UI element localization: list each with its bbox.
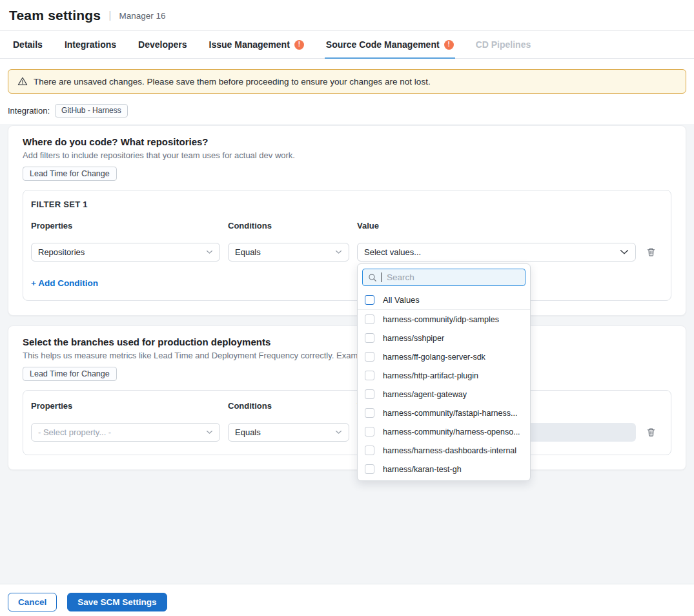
tab-bar: Details ! Integrations ! Developers ! Is… (0, 31, 694, 59)
title-separator: | (108, 10, 111, 21)
warning-badge-icon: ! (444, 40, 454, 50)
page-title: Team settings (9, 8, 101, 23)
filter-set-title: FILTER SET 1 (31, 200, 663, 209)
save-scm-settings-button[interactable]: Save SCM Settings (67, 593, 167, 611)
cancel-button[interactable]: Cancel (8, 593, 57, 611)
page-header: Team settings | Manager 16 (0, 0, 694, 31)
integration-chip[interactable]: GitHub - Harness (55, 104, 128, 118)
tab[interactable]: Issue Management ! (208, 31, 305, 59)
dropdown-option[interactable]: harness/integrations-dashboard (358, 478, 530, 481)
branches-card-title: Select the branches used for production … (23, 336, 671, 347)
chevron-down-icon (206, 430, 213, 435)
dropdown-option[interactable]: harness/sshpiper (358, 329, 530, 347)
integration-label: Integration: (8, 106, 50, 116)
tab[interactable]: CD Pipelines ! (475, 31, 533, 59)
filter-column-labels: Properties Conditions Value (31, 401, 663, 411)
all-values-checkbox[interactable] (365, 295, 374, 305)
search-placeholder: Search (387, 272, 414, 282)
value-column-label: Value (357, 221, 636, 231)
value-dropdown-panel: Search All Values harness-community/idp-… (357, 263, 531, 481)
all-values-option[interactable]: All Values (358, 291, 530, 310)
add-condition-link[interactable]: + Add Condition (31, 278, 98, 288)
tab[interactable]: Integrations ! (63, 31, 117, 59)
conditions-column-label: Conditions (228, 401, 349, 411)
team-name: Manager 16 (119, 11, 165, 21)
condition-select[interactable]: Equals (228, 243, 349, 262)
repositories-card: Where do you code? What repositories? Ad… (8, 125, 686, 316)
unsaved-changes-banner: There are unsaved changes. Please save t… (8, 69, 686, 94)
property-select[interactable]: Repositories (31, 243, 220, 262)
filter-column-labels: Properties Conditions Value (31, 221, 663, 231)
chevron-down-icon (620, 249, 629, 255)
option-checkbox[interactable] (365, 464, 374, 474)
banner-text: There are unsaved changes. Please save t… (34, 77, 431, 87)
footer-action-bar: Cancel Save SCM Settings (0, 584, 694, 616)
option-checkbox[interactable] (365, 314, 374, 324)
integration-row: Integration: GitHub - Harness (8, 104, 686, 118)
all-values-label: All Values (383, 295, 420, 305)
option-checkbox[interactable] (365, 389, 374, 399)
tab[interactable]: Developers ! (137, 31, 188, 59)
dropdown-option[interactable]: harness/harness-dashboards-internal (358, 441, 530, 460)
property-select[interactable]: - Select property... - (31, 423, 220, 442)
branches-card: Select the branches used for production … (8, 325, 686, 470)
repositories-card-subtitle: Add filters to include repositories that… (23, 150, 671, 160)
lead-time-chip: Lead Time for Change (23, 367, 117, 381)
warning-triangle-icon (17, 76, 28, 87)
branches-card-subtitle: This helps us measure metrics like Lead … (23, 351, 671, 360)
dropdown-option[interactable]: harness/ff-golang-server-sdk (358, 347, 530, 366)
condition-select[interactable]: Equals (228, 423, 349, 442)
dropdown-option[interactable]: harness/agent-gateway (358, 385, 530, 404)
branch-filter-card: Properties Conditions Value - Select pro… (23, 390, 671, 455)
option-checkbox[interactable] (365, 408, 374, 418)
dropdown-option[interactable]: harness-community/fastapi-harness... (358, 404, 530, 422)
tab[interactable]: Details ! (12, 31, 44, 59)
dropdown-options-list: harness-community/idp-samples harness/ss… (358, 310, 530, 481)
trash-icon (646, 427, 656, 437)
lead-time-chip: Lead Time for Change (23, 167, 117, 181)
content-area: Where do you code? What repositories? Ad… (0, 124, 694, 584)
delete-filter-button[interactable] (644, 245, 658, 260)
filter-controls-row: Repositories Equals Select values... (31, 243, 663, 262)
chevron-down-icon (335, 430, 342, 435)
dropdown-option[interactable]: harness-community/idp-samples (358, 310, 530, 329)
option-checkbox[interactable] (365, 446, 374, 455)
chevron-down-icon (335, 250, 342, 254)
delete-filter-button[interactable] (644, 426, 658, 440)
option-checkbox[interactable] (365, 352, 374, 362)
value-select[interactable]: Select values... (357, 243, 636, 262)
dropdown-option[interactable]: harness/karan-test-gh (358, 460, 530, 478)
dropdown-search-input[interactable]: Search (362, 269, 526, 286)
filter-controls-row: - Select property... - Equals (31, 423, 663, 442)
repositories-card-title: Where do you code? What repositories? (23, 136, 671, 147)
option-checkbox[interactable] (365, 333, 374, 343)
dropdown-option[interactable]: harness/http-artifact-plugin (358, 366, 530, 385)
option-checkbox[interactable] (365, 371, 374, 380)
option-checkbox[interactable] (365, 427, 374, 436)
warning-badge-icon: ! (294, 40, 304, 50)
search-icon (368, 273, 377, 282)
tab[interactable]: Source Code Management ! (325, 31, 455, 59)
trash-icon (646, 247, 656, 257)
chevron-down-icon (206, 250, 213, 254)
text-cursor (382, 272, 382, 282)
conditions-column-label: Conditions (228, 221, 349, 231)
dropdown-option[interactable]: harness-community/harness-openso... (358, 422, 530, 441)
properties-column-label: Properties (31, 221, 220, 231)
properties-column-label: Properties (31, 401, 220, 411)
filter-set-1-card: FILTER SET 1 Properties Conditions Value… (23, 190, 671, 301)
